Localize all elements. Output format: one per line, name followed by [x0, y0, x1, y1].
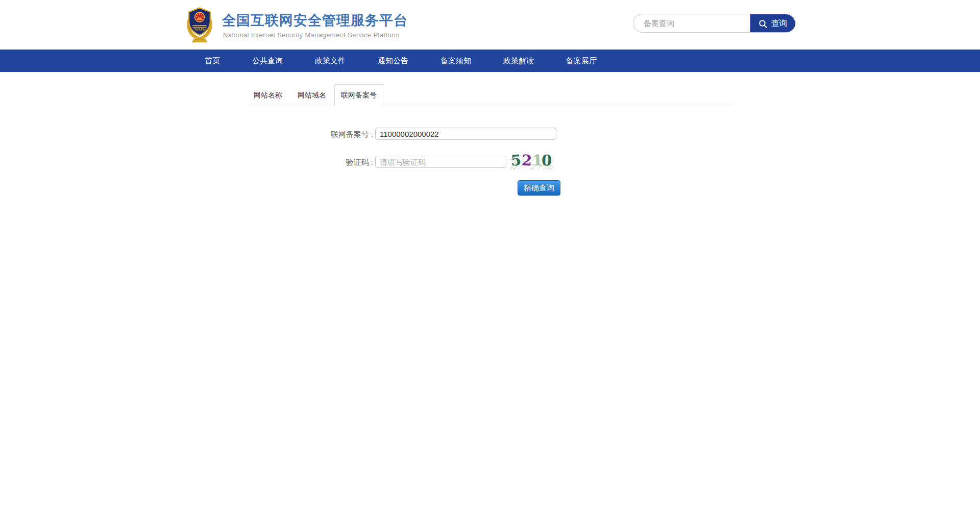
nav-item-filing-hall[interactable]: 备案展厅	[566, 56, 597, 66]
search-icon	[758, 19, 768, 29]
site-subtitle: National Internet Security Management Se…	[223, 31, 400, 39]
precise-query-button[interactable]: 精确查询	[518, 180, 560, 196]
police-badge-logo	[185, 5, 214, 44]
site-title: 全国互联网安全管理服务平台	[222, 11, 408, 30]
record-number-label: 联网备案号 :	[286, 129, 373, 139]
tab-website-domain[interactable]: 网站域名	[298, 84, 326, 106]
header: 全国互联网安全管理服务平台 National Internet Security…	[0, 0, 980, 50]
nav-item-public-query[interactable]: 公共查询	[252, 56, 283, 66]
search-button-label: 查询	[771, 18, 788, 29]
nav-item-policy-documents[interactable]: 政策文件	[315, 56, 346, 66]
main-nav: 首页 公共查询 政策文件 通知公告 备案须知 政策解读 备案展厅	[0, 50, 980, 72]
captcha-input[interactable]	[375, 156, 506, 168]
search-button[interactable]: 查询	[750, 14, 795, 33]
captcha-digit-1: 5	[510, 151, 522, 170]
captcha-digit-2: 2	[521, 151, 532, 170]
record-number-input[interactable]	[375, 128, 556, 140]
nav-item-home[interactable]: 首页	[205, 56, 220, 66]
tab-website-name[interactable]: 网站名称	[254, 84, 282, 106]
captcha-image[interactable]: 5 2 1 0	[509, 152, 554, 171]
search-input[interactable]	[633, 14, 750, 32]
header-search: 查询	[633, 14, 796, 33]
captcha-digit-4: 0	[541, 151, 552, 170]
tab-record-number[interactable]: 联网备案号	[334, 84, 383, 106]
nav-item-notices[interactable]: 通知公告	[378, 56, 408, 66]
nav-item-filing-instructions[interactable]: 备案须知	[440, 56, 471, 66]
nav-item-policy-interpretation[interactable]: 政策解读	[503, 56, 534, 66]
captcha-label: 验证码 :	[286, 157, 373, 167]
page: 全国互联网安全管理服务平台 National Internet Security…	[0, 0, 980, 531]
query-tabbar: 网站名称 网站域名 联网备案号	[248, 84, 732, 106]
